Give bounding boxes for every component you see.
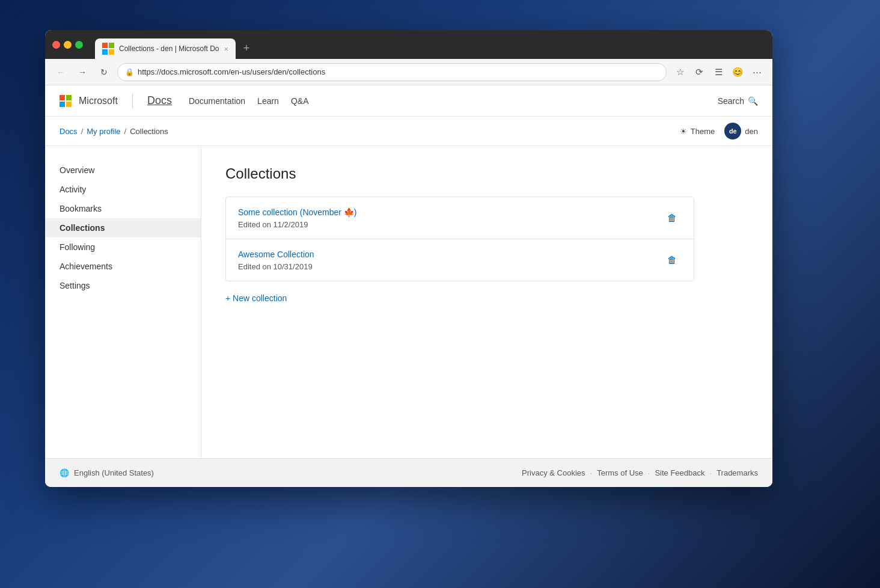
breadcrumb-docs[interactable]: Docs [60,127,78,136]
main-layout: Overview Activity Bookmarks Collections … [45,146,772,458]
site-nav: Documentation Learn Q&A [189,96,309,106]
menu-button[interactable]: ⋯ [748,64,765,81]
sidebar-item-achievements[interactable]: Achievements [45,257,201,276]
user-initials: de [729,127,737,135]
sidebar-item-bookmarks[interactable]: Bookmarks [45,199,201,218]
browser-titlebar: Collections - den | Microsoft Do × + [45,30,772,59]
theme-button[interactable]: ☀ Theme [680,127,715,136]
footer-left: 🌐 English (United States) [60,468,154,477]
header-divider [132,94,133,108]
content-area: Collections Some collection (November 🍁)… [201,146,772,458]
page-content: Microsoft Docs Documentation Learn Q&A S… [45,85,772,487]
search-label: Search [718,96,744,106]
breadcrumb-right: ☀ Theme de den [680,123,758,139]
breadcrumb-sep-2: / [124,127,127,136]
footer-right: Privacy & Cookies · Terms of Use · Site … [522,468,758,477]
collection-name-1[interactable]: Some collection (November 🍁) [238,207,357,217]
sidebar-item-collections[interactable]: Collections [45,218,201,237]
footer-sep-1: · [590,468,593,477]
user-section: de den [724,123,758,139]
footer-sep-2: · [648,468,650,477]
collection-item-1: Some collection (November 🍁) Edited on 1… [226,197,694,239]
collections-list: Some collection (November 🍁) Edited on 1… [225,197,694,281]
search-button[interactable]: Search 🔍 [718,96,758,106]
address-bar[interactable]: 🔒 https://docs.microsoft.com/en-us/users… [117,63,667,81]
refresh-button[interactable]: ⟳ [691,64,707,81]
site-footer: 🌐 English (United States) Privacy & Cook… [45,458,772,487]
search-icon: 🔍 [748,96,758,106]
sidebar: Overview Activity Bookmarks Collections … [45,146,201,458]
collection-delete-1[interactable]: 🗑 [662,210,682,226]
locale-label: English (United States) [74,468,154,477]
footer-privacy[interactable]: Privacy & Cookies [522,468,585,477]
breadcrumb-bar: Docs / My profile / Collections ☀ Theme … [45,117,772,146]
url-text: https://docs.microsoft.com/en-us/users/d… [138,67,325,76]
reload-button[interactable]: ↻ [96,64,112,81]
collection-item-2: Awesome Collection Edited on 10/31/2019 … [226,239,694,281]
new-tab-button[interactable]: + [238,40,255,57]
nav-qa[interactable]: Q&A [291,96,309,106]
forward-button[interactable]: → [74,64,91,81]
collection-name-2[interactable]: Awesome Collection [238,250,314,259]
toolbar-actions: ☆ ⟳ ☰ 😊 ⋯ [671,64,765,81]
footer-feedback[interactable]: Site Feedback [655,468,704,477]
browser-toolbar: ← → ↻ 🔒 https://docs.microsoft.com/en-us… [45,59,772,85]
footer-sep-3: · [710,468,712,477]
site-header: Microsoft Docs Documentation Learn Q&A S… [45,85,772,117]
breadcrumb-my-profile[interactable]: My profile [87,127,120,136]
microsoft-label: Microsoft [79,96,118,106]
breadcrumb-current: Collections [130,127,168,136]
favorites-button[interactable]: ☆ [671,64,688,81]
page-title: Collections [225,165,748,182]
new-collection-button[interactable]: + New collection [225,293,287,303]
nav-learn[interactable]: Learn [257,96,279,106]
collection-date-1: Edited on 11/2/2019 [238,220,357,229]
user-name: den [745,127,758,136]
nav-documentation[interactable]: Documentation [189,96,245,106]
minimize-button[interactable] [64,41,72,49]
sidebar-item-settings[interactable]: Settings [45,276,201,295]
active-tab[interactable]: Collections - den | Microsoft Do × [95,38,236,59]
theme-icon: ☀ [680,127,687,136]
sidebar-item-activity[interactable]: Activity [45,180,201,199]
tab-favicon [102,43,114,55]
collection-info-2: Awesome Collection Edited on 10/31/2019 [238,249,314,271]
back-button[interactable]: ← [52,64,69,81]
tab-bar: Collections - den | Microsoft Do × + [95,30,255,59]
footer-trademarks[interactable]: Trademarks [717,468,758,477]
collection-date-2: Edited on 10/31/2019 [238,262,314,271]
footer-terms[interactable]: Terms of Use [597,468,643,477]
profile-button[interactable]: 😊 [729,64,746,81]
ms-logo: Microsoft [60,95,118,107]
sidebar-item-following[interactable]: Following [45,237,201,257]
collection-info-1: Some collection (November 🍁) Edited on 1… [238,207,357,229]
collections-button[interactable]: ☰ [710,64,727,81]
lock-icon: 🔒 [125,68,134,76]
breadcrumb-sep-1: / [81,127,84,136]
microsoft-logo-icon [60,95,72,107]
tab-title: Collections - den | Microsoft Do [119,44,219,53]
traffic-lights [52,41,83,49]
tab-close-button[interactable]: × [224,44,229,54]
header-right: Search 🔍 [718,96,758,106]
theme-label: Theme [691,127,715,136]
maximize-button[interactable] [75,41,83,49]
globe-icon: 🌐 [60,468,69,477]
user-avatar: de [724,123,741,139]
docs-brand-link[interactable]: Docs [147,94,172,107]
sidebar-item-overview[interactable]: Overview [45,161,201,180]
close-button[interactable] [52,41,60,49]
collection-delete-2[interactable]: 🗑 [662,253,682,268]
